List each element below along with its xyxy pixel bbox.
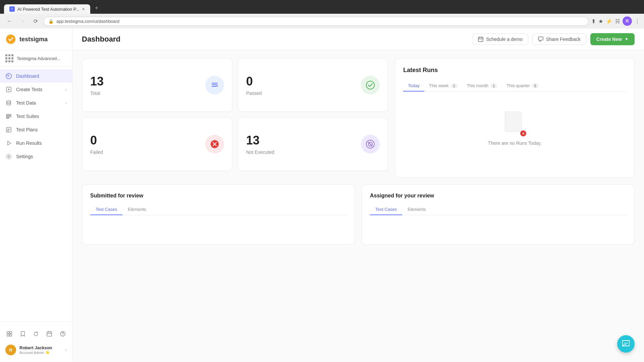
sidebar-label-test-plans: Test Plans <box>16 127 38 132</box>
empty-runs-state: ✕ There are no Runs Today. <box>403 98 626 159</box>
browser-tab[interactable]: T AI Powered Test Automation P... × <box>4 4 90 14</box>
sidebar-item-test-suites[interactable]: Test Suites <box>0 110 72 123</box>
sidebar-item-dashboard[interactable]: Dashboard <box>0 69 72 83</box>
dashboard-icon <box>5 73 12 79</box>
create-new-chevron-icon: ▼ <box>625 37 629 42</box>
sidebar-item-test-data[interactable]: Test Data › <box>0 96 72 110</box>
share-feedback-button[interactable]: Share Feedback <box>532 34 586 45</box>
passed-icon <box>361 76 380 95</box>
svg-rect-12 <box>7 334 9 336</box>
empty-runs-message: There are no Runs Today. <box>488 140 542 146</box>
sidebar: testsigma Testsigma Advanced... <box>0 28 72 362</box>
sidebar-label-test-data: Test Data <box>16 100 36 106</box>
reload-button[interactable]: ⟳ <box>31 17 41 26</box>
assigned-elements-tab[interactable]: Elements <box>402 204 431 215</box>
runs-tabs: Today This week 1 This month 1 This quar… <box>403 80 626 92</box>
total-icon <box>205 76 224 95</box>
schedule-icon <box>478 37 483 42</box>
svg-rect-11 <box>10 331 12 334</box>
user-avatar: R <box>5 345 16 355</box>
profile-avatar[interactable]: R <box>623 16 632 26</box>
sidebar-item-settings[interactable]: Settings <box>0 150 72 163</box>
tab-this-week[interactable]: This week 1 <box>424 80 462 92</box>
bottom-icon-grid[interactable] <box>4 328 15 339</box>
schedule-demo-button[interactable]: Schedule a demo <box>472 34 528 45</box>
tab-today[interactable]: Today <box>403 80 424 92</box>
stat-card-not-executed: 13 Not Executed <box>238 117 388 171</box>
sidebar-item-test-plans[interactable]: Test Plans <box>0 123 72 136</box>
tab-this-quarter[interactable]: This quarter 5 <box>502 80 543 92</box>
bottom-icon-help[interactable] <box>57 328 68 339</box>
address-bar[interactable]: 🔒 app.testsigma.com/ui/dashboard <box>43 17 589 26</box>
svg-point-2 <box>8 76 9 77</box>
svg-point-4 <box>7 101 11 103</box>
submitted-test-cases-tab[interactable]: Test Cases <box>90 204 122 215</box>
chat-fab-button[interactable] <box>617 335 635 353</box>
test-suites-icon <box>5 113 12 120</box>
tab-favicon: T <box>9 6 15 12</box>
latest-runs-card: Latest Runs Today This week 1 This month… <box>395 58 635 178</box>
sidebar-item-run-results[interactable]: Run Results <box>0 136 72 150</box>
sidebar-item-create-tests[interactable]: Create Tests › <box>0 83 72 96</box>
share-icon[interactable]: ⬆ <box>591 18 596 24</box>
svg-rect-13 <box>10 334 12 336</box>
url-text: app.testsigma.com/ui/dashboard <box>56 19 119 24</box>
svg-rect-14 <box>47 332 52 336</box>
chat-icon <box>622 340 630 348</box>
sidebar-logo: testsigma <box>0 28 72 50</box>
svg-rect-19 <box>215 86 218 86</box>
latest-runs-title: Latest Runs <box>403 67 626 74</box>
user-row[interactable]: R Robert Jackson Account Admin ⭐ › <box>3 342 69 358</box>
total-label: Total <box>90 90 224 96</box>
run-results-icon <box>5 140 12 146</box>
user-chevron-icon: › <box>65 348 67 352</box>
user-role: Account Admin ⭐ <box>19 350 62 355</box>
sidebar-nav: Dashboard Create Tests › <box>0 67 72 321</box>
workspace-name: Testsigma Advanced... <box>17 56 60 61</box>
browser-chrome: T AI Powered Test Automation P... × + ← … <box>0 0 644 28</box>
main-header: Dashboard Schedule a demo Share Feedback <box>72 28 644 50</box>
svg-rect-5 <box>6 114 11 115</box>
stat-card-failed: 0 Failed <box>82 117 232 171</box>
tab-this-month[interactable]: This month 1 <box>462 80 502 92</box>
forward-button[interactable]: → <box>17 17 28 25</box>
bottom-icon-bookmark[interactable] <box>17 328 28 339</box>
tab-close-button[interactable]: × <box>82 6 85 12</box>
bookmark-icon[interactable]: ★ <box>598 18 603 24</box>
create-tests-icon <box>5 86 12 93</box>
main-content: Dashboard Schedule a demo Share Feedback <box>72 28 644 362</box>
svg-rect-17 <box>478 37 483 42</box>
assigned-review-tabs: Test Cases Elements <box>370 204 626 215</box>
extensions-icon[interactable]: ⚡ <box>606 18 612 24</box>
header-actions: Schedule a demo Share Feedback Create Ne… <box>472 33 635 45</box>
svg-point-9 <box>8 156 10 158</box>
user-info: Robert Jackson Account Admin ⭐ <box>19 345 62 355</box>
logo-text: testsigma <box>19 36 48 43</box>
back-button[interactable]: ← <box>4 17 15 25</box>
submitted-review-card: Submitted for review Test Cases Elements <box>82 184 355 245</box>
stat-card-total: 13 Total <box>82 58 232 112</box>
empty-doc-illustration: ✕ <box>505 112 525 135</box>
test-data-icon <box>5 100 12 106</box>
stat-card-passed: 0 Passed <box>238 58 388 112</box>
assigned-review-title: Assigned for your review <box>370 193 626 199</box>
feedback-icon <box>538 37 543 42</box>
user-name: Robert Jackson <box>19 345 62 350</box>
total-value: 13 <box>90 74 224 88</box>
passed-value: 0 <box>246 74 380 88</box>
sidebar-label-dashboard: Dashboard <box>16 73 39 79</box>
tab-title: AI Powered Test Automation P... <box>17 7 79 12</box>
assigned-test-cases-tab[interactable]: Test Cases <box>370 204 402 215</box>
menu-icon[interactable]: ⋮ <box>635 18 640 24</box>
bottom-icon-refresh[interactable] <box>31 328 41 339</box>
submitted-elements-tab[interactable]: Elements <box>122 204 151 215</box>
new-tab-button[interactable]: + <box>92 3 102 14</box>
create-new-button[interactable]: Create New ▼ <box>590 33 635 45</box>
not-executed-value: 13 <box>246 133 380 147</box>
svg-point-16 <box>62 335 63 336</box>
sidebar-toggle-icon[interactable]: ☵ <box>615 18 620 24</box>
test-data-chevron-icon: › <box>65 101 67 105</box>
bottom-icon-calendar[interactable] <box>44 328 55 339</box>
workspace-selector[interactable]: Testsigma Advanced... <box>0 50 72 67</box>
sidebar-bottom: R Robert Jackson Account Admin ⭐ › <box>0 321 72 362</box>
